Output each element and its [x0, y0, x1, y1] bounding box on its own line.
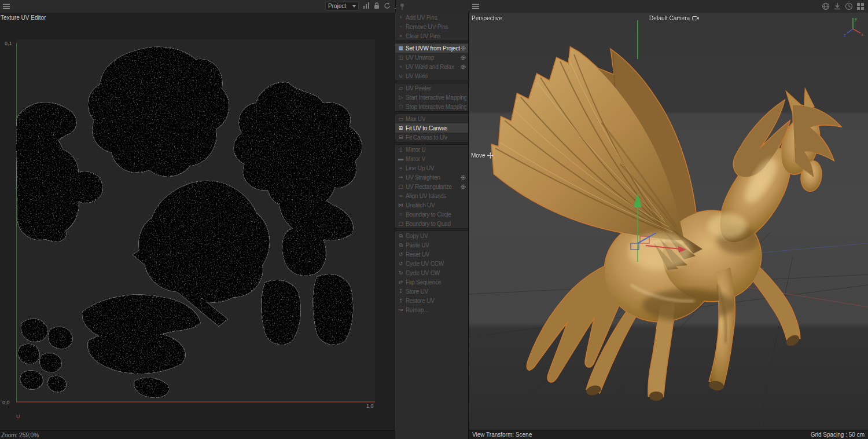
uv-command-icon: ▱: [397, 85, 404, 91]
uv-command-item[interactable]: ⇄ Flip Sequence: [395, 277, 468, 287]
sync-icon[interactable]: [383, 2, 391, 10]
uv-command-icon: ▷: [397, 94, 404, 100]
uv-canvas[interactable]: [16, 39, 375, 403]
gear-icon[interactable]: [460, 64, 466, 70]
uv-command-item[interactable]: + Add UV Pins: [395, 13, 468, 22]
uv-command-item[interactable]: ▢ Boundary to Quad: [395, 219, 468, 228]
uv-command-item[interactable]: ▷ Start Interactive Mapping: [395, 93, 468, 102]
uv-command-item[interactable]: ⋈ Unstitch UV: [395, 200, 468, 210]
gear-icon[interactable]: [460, 54, 466, 61]
uv-command-item[interactable]: ↥ Restore UV: [395, 296, 468, 305]
camera-icon: [692, 16, 699, 21]
uv-command-icon: ▦: [397, 45, 404, 51]
texture-uv-editor-panel: Texture UV Editor 0,1 1,1 0,0 1,0 U: [0, 13, 395, 430]
view-mode-label[interactable]: Perspective: [472, 15, 502, 21]
uv-command-item[interactable]: ⧉ Paste UV: [395, 240, 468, 250]
uv-command-icon: ▯: [397, 147, 404, 152]
axis-label-x: x: [861, 32, 863, 37]
uv-command-icon: ≡: [397, 165, 404, 171]
uv-command-icon: ⧉: [397, 233, 404, 239]
camera-label[interactable]: Default Camera: [649, 15, 699, 21]
uv-command-icon: ⊞: [397, 125, 404, 131]
uv-commands-panel: + Add UV Pins − Remove UV Pins × Clear U…: [395, 13, 469, 439]
pin-icon[interactable]: [398, 2, 406, 10]
uv-command-icon: ↺: [397, 261, 404, 266]
uv-command-icon: ↝: [397, 307, 404, 313]
uv-command-list: + Add UV Pins − Remove UV Pins × Clear U…: [395, 13, 468, 314]
uv-command-item[interactable]: ▱ UV Peeler: [395, 83, 468, 93]
project-dropdown-value: Project: [328, 3, 346, 9]
uv-command-icon: =: [397, 193, 404, 199]
uv-command-item[interactable]: ⊟ Fit Canvas to UV: [395, 133, 468, 142]
uv-command-item[interactable]: × Clear UV Pins: [395, 31, 468, 41]
uv-command-item[interactable]: □ Stop Interactive Mapping: [395, 102, 468, 111]
gear-icon[interactable]: [460, 45, 466, 52]
uv-command-item[interactable]: ⧉ Copy UV: [395, 231, 468, 240]
uv-command-item[interactable]: ▢ UV Rectangularize: [395, 182, 468, 191]
uv-command-icon: +: [397, 14, 404, 20]
lock-icon[interactable]: [373, 2, 381, 10]
uv-command-item[interactable]: ↺ Cycle UV CCW: [395, 259, 468, 268]
history-icon[interactable]: [845, 2, 853, 10]
uv-command-item[interactable]: ⇒ UV Straighten: [395, 173, 468, 182]
uv-command-icon: ⇒: [397, 174, 404, 180]
uv-command-icon: ↥: [397, 298, 404, 303]
uv-command-item[interactable]: ○ Boundary to Circle: [395, 210, 468, 219]
perspective-viewport[interactable]: Perspective Default Camera Move y x z: [469, 13, 868, 430]
uv-command-item[interactable]: ≡ Line Up UV: [395, 163, 468, 173]
uv-command-icon: −: [397, 24, 404, 30]
render-sphere-icon[interactable]: [822, 2, 830, 10]
uv-command-item[interactable]: ◫ UV Unwrap: [395, 53, 468, 62]
uv-command-icon: ⧉: [397, 242, 404, 248]
uv-command-item[interactable]: ↧ Store UV: [395, 287, 468, 296]
uv-editor-menubar: Project: [0, 0, 396, 13]
gear-icon[interactable]: [460, 184, 466, 190]
uv-command-icon: ×: [397, 33, 404, 39]
uv-command-icon: ▭: [397, 116, 404, 122]
uv-command-icon: □: [397, 104, 404, 109]
grid-spacing-label: Grid Spacing : 50 cm: [811, 431, 865, 438]
world-axis-widget: y x z: [844, 15, 865, 37]
uv-command-item[interactable]: = Align UV Islands: [395, 191, 468, 200]
uv-command-item[interactable]: ≈ UV Weld and Relax: [395, 62, 468, 71]
top-menu-bar: Project: [0, 0, 868, 13]
uv-command-item[interactable]: ∪ UV Weld: [395, 71, 468, 81]
uv-command-item[interactable]: ▭ Max UV: [395, 114, 468, 123]
uv-command-icon: ○: [397, 211, 404, 217]
active-tool-label: Move: [471, 152, 494, 159]
hamburger-menu-icon[interactable]: [3, 3, 10, 9]
uv-islands-graphic: [16, 39, 375, 403]
uv-command-item[interactable]: ↺ Reset UV: [395, 250, 468, 259]
panel-title: Texture UV Editor: [1, 14, 46, 21]
uv-command-icon: ↺: [397, 251, 404, 257]
uv-command-icon: ↧: [397, 288, 404, 294]
viewport-toolbar-icons: [822, 2, 868, 10]
uv-command-icon: ∪: [397, 73, 404, 79]
uv-coord-bottom-right: 1,0: [366, 403, 374, 409]
gear-icon[interactable]: [460, 174, 466, 181]
project-dropdown[interactable]: Project: [325, 2, 359, 10]
uv-command-icon: ⇄: [397, 279, 404, 285]
view-transform-label: View Transform: Scene: [472, 431, 532, 438]
uv-command-item[interactable]: ↝ Remap...: [395, 305, 468, 314]
uv-command-icon: ▢: [397, 221, 404, 226]
download-icon[interactable]: [833, 2, 841, 10]
uv-command-item[interactable]: − Remove UV Pins: [395, 22, 468, 31]
uv-command-item[interactable]: ▬ Mirror V: [395, 154, 468, 163]
move-tool-icon: [487, 152, 494, 159]
uv-coord-bottom-left: 0,0: [2, 400, 10, 405]
uv-command-item[interactable]: ⊞ Fit UV to Canvas: [395, 123, 468, 133]
uv-editor-statusbar: Zoom: 259,0%: [0, 430, 395, 439]
command-panel-header: [396, 0, 469, 13]
uv-command-icon: ⊟: [397, 134, 404, 140]
uv-command-icon: ⋈: [397, 202, 404, 208]
pegasus-model[interactable]: [492, 47, 840, 401]
uv-command-item[interactable]: ↻ Cycle UV CW: [395, 268, 468, 277]
grid-icon[interactable]: [856, 2, 865, 10]
uv-command-icon: ▢: [397, 184, 404, 189]
chart-icon[interactable]: [362, 2, 370, 10]
uv-command-item[interactable]: ▯ Mirror U: [395, 145, 468, 154]
uv-command-item[interactable]: ▦ Set UVW from Projection: [395, 43, 468, 53]
hamburger-menu-icon[interactable]: [472, 3, 479, 9]
viewport-menubar: [469, 0, 868, 13]
